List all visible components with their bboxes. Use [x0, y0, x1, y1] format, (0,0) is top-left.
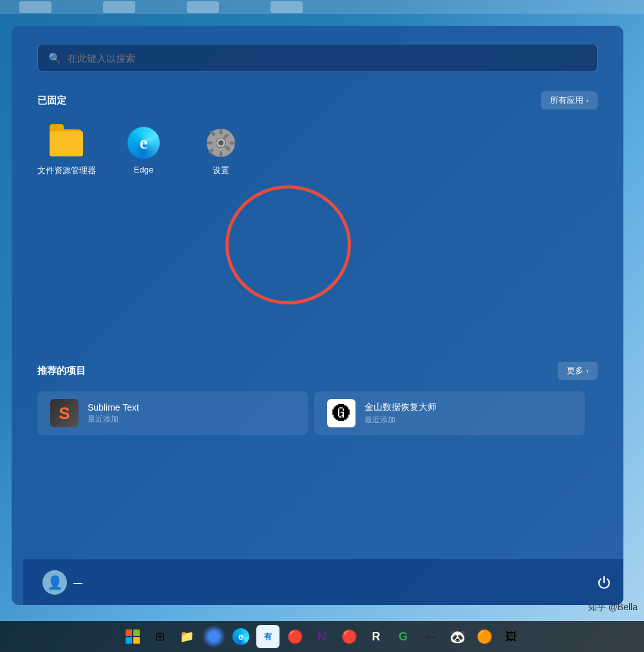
search-bar[interactable]: 🔍	[37, 44, 598, 72]
app-icon-wrapper-edge	[127, 126, 160, 160]
windows-logo-icon	[126, 629, 140, 644]
app-label-settings: 设置	[213, 165, 229, 176]
taskbar-bottom: ⊞ 📁 ● e 有 🔴 N 🔴 R G ··· 🐼 🟠 🖼	[0, 621, 644, 652]
taskbar-top	[0, 0, 644, 14]
power-icon	[596, 575, 612, 590]
chevron-right-icon: ›	[586, 97, 589, 104]
taskbar-onenote-icon[interactable]: N	[310, 625, 334, 648]
sublime-icon-text: S	[59, 404, 70, 424]
taskbar-more-icon[interactable]: ···	[419, 625, 442, 648]
all-apps-button[interactable]: 所有应用 ›	[541, 91, 598, 109]
win-logo-q1	[126, 629, 132, 636]
power-button[interactable]	[592, 571, 616, 594]
rec-text-sublime: Sublime Text 最近添加	[88, 402, 139, 425]
taskbar-youdao-icon[interactable]: 有	[256, 625, 279, 648]
recommended-section-title: 推荐的项目	[37, 365, 86, 377]
app-icon-wrapper-settings	[204, 126, 238, 160]
svg-rect-2	[220, 129, 223, 135]
settings-icon	[205, 127, 237, 159]
taskbar-chrome-icon[interactable]: ●	[202, 625, 225, 648]
sublime-icon: S	[50, 399, 79, 427]
rec-text-kingsoft: 金山数据恢复大师 最近添加	[365, 402, 437, 425]
taskbar-windows-start[interactable]	[121, 625, 144, 648]
rec-sub-kingsoft: 最近添加	[365, 414, 437, 425]
win-logo-q2	[133, 629, 140, 636]
recommended-items: S Sublime Text 最近添加 🅖 金山数据恢复大师 最近添加	[37, 391, 598, 435]
avatar-icon: 👤	[47, 575, 63, 590]
edge-taskbar-icon: e	[232, 628, 249, 645]
more-label: 更多	[567, 365, 583, 377]
chevron-right-icon-2: ›	[586, 367, 589, 375]
rec-name-sublime: Sublime Text	[88, 402, 139, 413]
all-apps-label: 所有应用	[550, 95, 583, 106]
app-label-edge: Edge	[134, 165, 153, 174]
folder-icon	[50, 129, 83, 156]
app-item-edge[interactable]: Edge	[115, 121, 173, 182]
svg-point-11	[218, 140, 223, 145]
taskbar-g-app-icon[interactable]: G	[392, 625, 415, 648]
taskbar-file-explorer-icon[interactable]: 📁	[175, 625, 198, 648]
app-icon-wrapper-file-explorer	[50, 126, 83, 160]
taskbar-red-app2-icon[interactable]: 🔴	[337, 625, 361, 648]
search-icon: 🔍	[48, 52, 61, 64]
app-label-file-explorer: 文件资源管理器	[37, 165, 96, 176]
recommended-section: 推荐的项目 更多 › S Sublime Text 最近添加 🅖	[12, 362, 623, 435]
rec-name-kingsoft: 金山数据恢复大师	[365, 402, 437, 413]
pinned-section-header: 已固定 所有应用 ›	[37, 91, 598, 109]
taskbar-orange-icon[interactable]: 🟠	[473, 625, 496, 648]
win-logo-q4	[133, 637, 140, 644]
app-item-file-explorer[interactable]: 文件资源管理器	[37, 121, 95, 182]
rec-item-sublime[interactable]: S Sublime Text 最近添加	[37, 391, 308, 435]
taskbar-red-app1-icon[interactable]: 🔴	[283, 625, 307, 648]
taskbar-edge-icon[interactable]: e	[229, 625, 252, 648]
taskbar-top-icon-4	[270, 1, 303, 13]
taskbar-image-icon[interactable]: 🖼	[500, 625, 523, 648]
rec-sub-sublime: 最近添加	[88, 414, 139, 425]
edge-icon	[128, 127, 160, 159]
start-menu: 🔍 已固定 所有应用 › 文件资源管理器 Edge	[12, 26, 623, 605]
taskbar-top-icon-2	[103, 1, 135, 13]
user-area[interactable]: 👤 —	[43, 570, 82, 595]
user-name: —	[73, 577, 82, 588]
taskbar-top-icon-1	[19, 1, 52, 13]
taskbar-top-icons	[19, 1, 303, 13]
app-grid: 文件资源管理器 Edge	[37, 121, 598, 182]
user-avatar: 👤	[43, 570, 67, 595]
taskbar-top-icon-3	[187, 1, 219, 13]
rec-item-kingsoft[interactable]: 🅖 金山数据恢复大师 最近添加	[314, 391, 585, 435]
svg-rect-3	[220, 151, 223, 157]
svg-rect-4	[229, 142, 235, 145]
app-item-settings[interactable]: 设置	[192, 121, 250, 182]
more-button[interactable]: 更多 ›	[558, 362, 598, 380]
kingsoft-icon-text: 🅖	[332, 403, 350, 424]
pinned-section-title: 已固定	[37, 95, 66, 107]
recommended-section-header: 推荐的项目 更多 ›	[37, 362, 598, 380]
start-menu-bottom-bar: 👤 —	[23, 559, 623, 605]
taskbar-panda-icon[interactable]: 🐼	[446, 625, 469, 648]
taskbar-widget-icon[interactable]: ⊞	[148, 625, 171, 648]
svg-rect-5	[207, 142, 213, 145]
kingsoft-icon: 🅖	[327, 399, 355, 427]
search-input[interactable]	[68, 53, 587, 64]
win-logo-q3	[126, 637, 132, 644]
taskbar-r-app-icon[interactable]: R	[365, 625, 388, 648]
settings-highlight-circle	[225, 185, 351, 304]
